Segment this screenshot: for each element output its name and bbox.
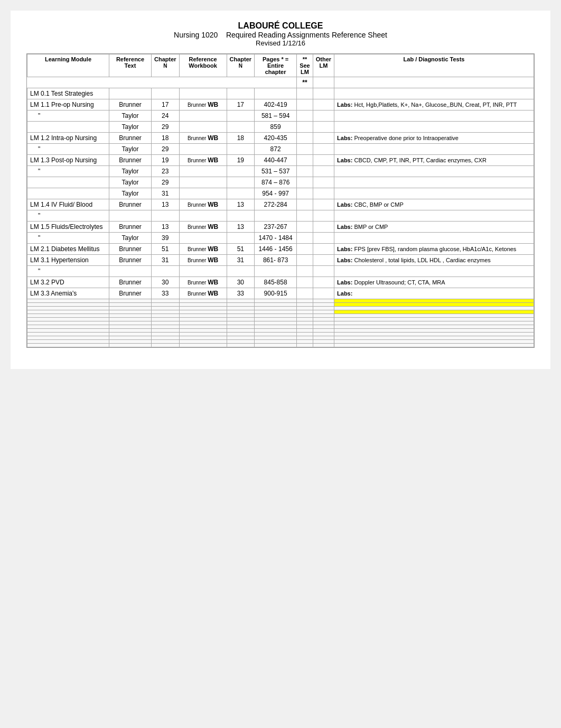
table-row: "Taylor391470 - 1484 xyxy=(27,233,534,244)
other-cell xyxy=(313,307,334,310)
lm-cell: LM 1.1 Pre-op Nursing xyxy=(27,99,109,110)
ref-cell xyxy=(109,325,152,329)
chapter-wb-cell xyxy=(227,340,255,344)
pages-cell: 420-435 xyxy=(255,133,297,144)
pages-cell xyxy=(255,321,297,325)
pages-cell: 272-284 xyxy=(255,199,297,210)
see-lm-cell xyxy=(297,155,313,166)
ref-cell: Brunner xyxy=(109,255,152,266)
lm-cell xyxy=(27,325,109,329)
chapter-wb-cell xyxy=(227,266,255,277)
lab-cell xyxy=(334,188,534,199)
see-lm-cell xyxy=(297,110,313,122)
chapter-brunner-cell xyxy=(152,321,180,325)
chapter-brunner-cell xyxy=(152,336,180,340)
ref-cell: Taylor xyxy=(109,110,152,122)
ref-cell: Taylor xyxy=(109,122,152,133)
labs-text: Doppler Ultrasound; CT, CTA, MRA xyxy=(354,279,445,285)
see-lm-cell xyxy=(297,133,313,144)
other-cell xyxy=(313,210,334,222)
table-row xyxy=(27,340,534,344)
lab-cell xyxy=(334,110,534,122)
lm-cell: LM 1.4 IV Fluid/ Blood xyxy=(27,199,109,210)
col-header-see: ** See LM xyxy=(297,54,313,77)
see-lm-cell xyxy=(297,336,313,340)
wb-cell xyxy=(179,310,227,314)
chapter-wb-cell: 13 xyxy=(227,199,255,210)
chapter-wb-cell xyxy=(227,233,255,244)
ref-cell xyxy=(109,299,152,303)
col-header-ch-brunner: Chapter N xyxy=(152,54,180,77)
ref-cell xyxy=(109,321,152,325)
pages-cell xyxy=(255,344,297,347)
labs-text: BMP or CMP xyxy=(354,224,388,230)
ref-cell: Taylor xyxy=(109,144,152,155)
pages-cell: 237-267 xyxy=(255,222,297,233)
lab-cell xyxy=(334,344,534,347)
table-row: " xyxy=(27,210,534,222)
table-row xyxy=(27,333,534,336)
ref-cell: Brunner xyxy=(109,155,152,166)
see-lm-cell xyxy=(297,99,313,110)
chapter-wb-cell xyxy=(227,314,255,318)
chapter-wb-cell xyxy=(227,110,255,122)
table-row: Taylor31954 - 997 xyxy=(27,188,534,199)
col-header-lm: Learning Module xyxy=(27,54,109,77)
see-lm-cell xyxy=(297,318,313,321)
chapter-brunner-cell xyxy=(152,333,180,336)
table-row xyxy=(27,318,534,321)
table-row: LM 3.2 PVDBrunner30Brunner WB30845-858La… xyxy=(27,277,534,288)
see-lm-cell xyxy=(297,177,313,188)
ref-cell: Taylor xyxy=(109,177,152,188)
table-row: LM 2.1 Diabetes MellitusBrunner51Brunner… xyxy=(27,244,534,255)
col-header-wb: Reference Workbook xyxy=(179,54,227,77)
other-cell xyxy=(313,155,334,166)
table-row: LM 1.2 Intra-op NursingBrunner18Brunner … xyxy=(27,133,534,144)
table-row: "Taylor29872 xyxy=(27,144,534,155)
lm-cell: " xyxy=(27,110,109,122)
chapter-wb-cell: 30 xyxy=(227,277,255,288)
pages-cell: 402-419 xyxy=(255,99,297,110)
wb-cell xyxy=(179,318,227,321)
pages-cell: 440-447 xyxy=(255,155,297,166)
lm-cell xyxy=(27,122,109,133)
col-header-ch-wb: Chapter N xyxy=(227,54,255,77)
lab-cell xyxy=(334,166,534,177)
pages-cell xyxy=(255,266,297,277)
table-row: LM 3.3 Anemia'sBrunner33Brunner WB33900-… xyxy=(27,288,534,299)
chapter-wb-cell: 33 xyxy=(227,288,255,299)
table-row xyxy=(27,314,534,318)
see-lm-cell xyxy=(297,288,313,299)
pages-cell xyxy=(255,310,297,314)
lm-cell xyxy=(27,318,109,321)
lab-cell xyxy=(334,307,534,310)
lab-cell xyxy=(334,177,534,188)
lab-cell: Labs: BMP or CMP xyxy=(334,222,534,233)
lab-cell: Labs: Hct, Hgb,Platlets, K+, Na+, Glucos… xyxy=(334,99,534,110)
labs-text: CBC, BMP or CMP xyxy=(354,201,403,208)
col-header-other: Other LM xyxy=(313,54,334,77)
lm-cell xyxy=(27,333,109,336)
see-lm-cell xyxy=(297,255,313,266)
stars-cell: ** xyxy=(297,77,313,88)
pages-cell xyxy=(255,329,297,333)
labs-label: Labs: xyxy=(337,279,354,285)
wb-cell: Brunner WB xyxy=(179,99,227,110)
chapter-wb-cell xyxy=(227,344,255,347)
lm-cell: LM 1.2 Intra-op Nursing xyxy=(27,133,109,144)
lab-cell xyxy=(334,144,534,155)
col-header-ref: Reference Text xyxy=(109,54,152,77)
ref-cell xyxy=(109,318,152,321)
labs-label: Labs: xyxy=(337,246,354,252)
table-row: "Taylor23531 – 537 xyxy=(27,166,534,177)
page: LABOURÉ COLLEGE Nursing 1020 Required Re… xyxy=(11,11,550,369)
labs-text: FPS [prev FBS], random plasma glucose, H… xyxy=(354,246,516,252)
pages-cell: 861- 873 xyxy=(255,255,297,266)
wb-cell: Brunner WB xyxy=(179,255,227,266)
see-lm-cell xyxy=(297,325,313,329)
ref-cell: Brunner xyxy=(109,222,152,233)
wb-cell: Brunner WB xyxy=(179,155,227,166)
ref-cell xyxy=(109,266,152,277)
labs-text: Preoperative done prior to Intraoperativ… xyxy=(354,135,459,141)
other-cell xyxy=(313,336,334,340)
